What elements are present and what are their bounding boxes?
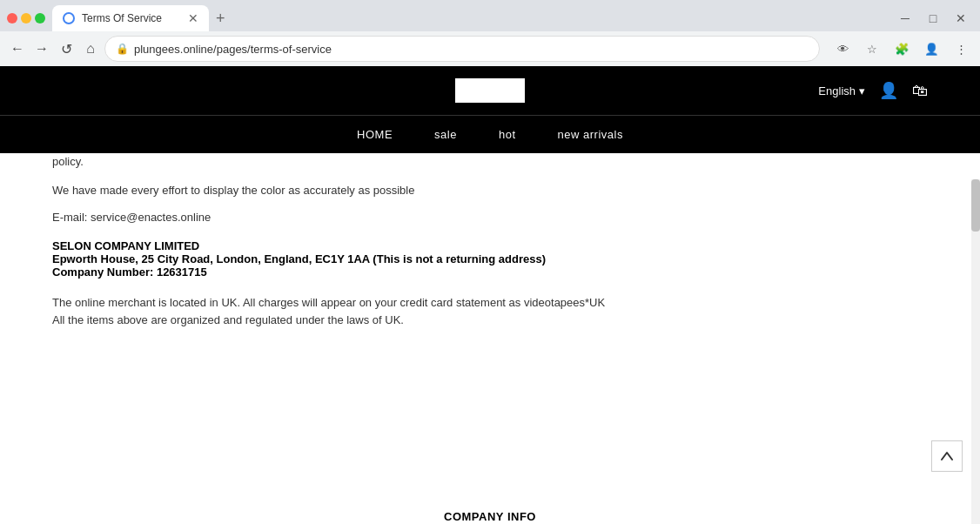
active-tab[interactable]: Terms Of Service ✕	[52, 5, 209, 31]
language-selector[interactable]: English ▾	[818, 84, 865, 97]
email-text: E-mail: service@enactes.online	[52, 211, 928, 224]
maximize-window-btn[interactable]	[35, 13, 45, 24]
minimize-window-btn[interactable]	[21, 13, 31, 24]
home-button[interactable]: ⌂	[80, 38, 101, 59]
nav-home[interactable]: HOME	[357, 128, 393, 141]
close-icon[interactable]: ✕	[949, 6, 973, 30]
back-button[interactable]: ←	[7, 38, 28, 59]
menu-icon[interactable]: ⋮	[949, 37, 973, 61]
site-footer: COMPANY INFO About Us Contact Us Privacy…	[0, 484, 980, 524]
tab-close-btn[interactable]: ✕	[188, 11, 198, 25]
main-nav: HOME sale hot new arrivals	[0, 115, 980, 153]
footer-section-title: COMPANY INFO	[359, 510, 621, 523]
legal-line1: The online merchant is located in UK. Al…	[52, 294, 928, 312]
cart-icon[interactable]: 🛍	[912, 82, 928, 100]
eye-slash-icon[interactable]: 👁	[830, 37, 855, 61]
company-info-block: SELON COMPANY LIMITED Epworth House, 25 …	[52, 239, 928, 279]
company-number: Company Number: 12631715	[52, 265, 928, 279]
lock-icon: 🔒	[116, 43, 129, 55]
scroll-to-top-button[interactable]	[931, 440, 963, 472]
user-icon[interactable]: 👤	[879, 81, 898, 100]
color-effort-text: We have made every effort to display the…	[52, 182, 928, 200]
main-content: policy. We have made every effort to dis…	[0, 153, 980, 484]
new-tab-button[interactable]: +	[209, 10, 232, 28]
forward-button[interactable]: →	[31, 38, 52, 59]
reload-button[interactable]: ↺	[56, 38, 77, 59]
scrollbar-thumb[interactable]	[971, 179, 980, 232]
site-header: English ▾ 👤 🛍	[0, 66, 980, 115]
site-logo	[455, 78, 525, 103]
policy-line: policy.	[52, 153, 928, 171]
legal-line2: All the items above are organized and re…	[52, 312, 928, 330]
address-bar[interactable]	[134, 43, 809, 56]
company-address: Epworth House, 25 City Road, London, Eng…	[52, 252, 928, 265]
nav-new-arrivals[interactable]: new arrivals	[558, 128, 623, 141]
nav-sale[interactable]: sale	[434, 128, 457, 141]
nav-hot[interactable]: hot	[499, 128, 516, 141]
star-icon[interactable]: ☆	[860, 37, 884, 61]
close-window-btn[interactable]	[7, 13, 17, 24]
restore-icon[interactable]: □	[921, 6, 945, 30]
profile-icon[interactable]: 👤	[919, 37, 943, 61]
company-name: SELON COMPANY LIMITED	[52, 239, 928, 252]
tab-title: Terms Of Service	[82, 12, 181, 24]
address-bar-container: 🔒	[104, 36, 820, 62]
extensions-icon[interactable]: 🧩	[889, 37, 914, 61]
arrow-up-icon	[940, 449, 954, 463]
minimize-icon[interactable]: ─	[893, 6, 917, 30]
scrollbar[interactable]	[971, 179, 980, 524]
tab-favicon	[63, 12, 75, 24]
